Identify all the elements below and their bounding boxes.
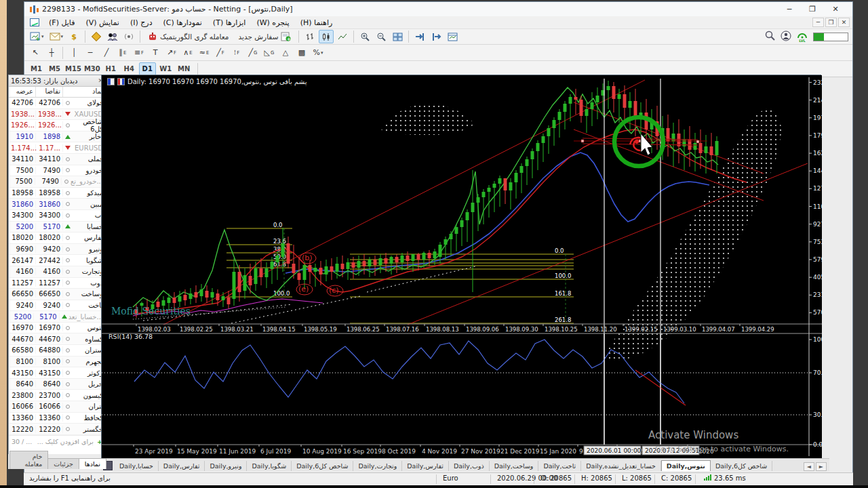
status-close: C: 20865	[661, 474, 692, 482]
status-high: H: 20865	[581, 474, 612, 482]
chart-tab-icon	[107, 78, 115, 85]
broker-watermark: Mofid Securities	[111, 306, 191, 317]
activate-windows-text: Activate Windows	[648, 429, 738, 441]
video-edge	[0, 485, 868, 488]
signal-strength-icon	[704, 474, 711, 481]
status-bar: برای راهنمایی F1 را بفشارید Euro 2020.06…	[24, 472, 853, 485]
screen: 2298133 - MofidSecurities-Server: حساب د…	[0, 0, 868, 488]
status-help-text: برای راهنمایی F1 را بفشارید	[29, 474, 111, 482]
chart-symbol-info: پشم بافی توس ,نتوس,Daily: 16970 16970 16…	[107, 78, 307, 85]
status-low: L: 20865	[622, 474, 652, 482]
status-ping: 23.65 ms	[714, 474, 746, 482]
activate-windows-subtext: Go to Settings to activate Windows.	[655, 445, 789, 453]
market-watch-tab-2[interactable]: نمادها	[79, 458, 106, 469]
screen-edge	[853, 0, 868, 488]
rsi-indicator-label: RSI(14) 36.78	[108, 333, 153, 340]
status-symbol: Euro	[443, 474, 458, 482]
chart-mini-icon	[117, 78, 125, 85]
desktop-edge	[0, 0, 7, 488]
status-open: O: 20865	[540, 474, 572, 482]
